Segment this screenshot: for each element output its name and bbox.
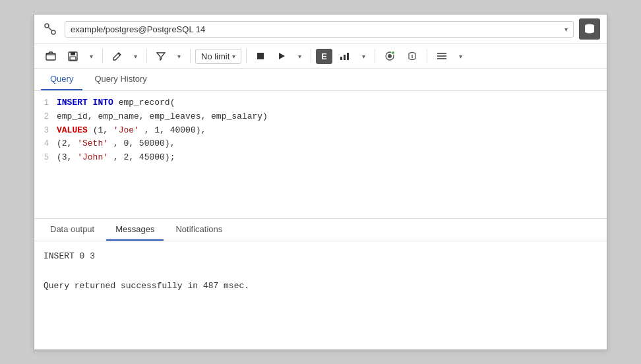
limit-label: No limit	[201, 51, 229, 61]
connection-icon	[41, 20, 59, 38]
sep5	[311, 49, 311, 63]
explain-icon: E	[321, 51, 327, 61]
svg-rect-18	[347, 53, 349, 60]
svg-rect-12	[70, 57, 76, 60]
svg-point-8	[585, 30, 594, 34]
code-editor[interactable]: 1 INSERT INTO emp_record( 2 emp_id, emp_…	[34, 91, 607, 219]
connection-label: example/postgres@PostgreSQL 14	[71, 24, 205, 34]
filter-chevron-button[interactable]: ▾	[173, 49, 185, 63]
toolbar: ▾ ▾ ▾ No limit ▾	[34, 44, 607, 69]
output-line-2	[44, 264, 597, 278]
menu-button[interactable]	[432, 48, 452, 64]
output-line-3: Query returned successfully in 487 msec.	[44, 279, 597, 293]
code-line-2: 2 emp_id, emp_name, emp_leaves, emp_sala…	[34, 110, 607, 124]
filter-chevron-icon: ▾	[177, 53, 181, 60]
result-tabs: Data output Messages Notifications	[34, 219, 607, 241]
tab-data-output[interactable]: Data output	[41, 219, 104, 241]
save-button[interactable]	[63, 48, 82, 65]
menu-chevron-button[interactable]: ▾	[454, 49, 467, 63]
connection-chevron: ▾	[565, 26, 568, 33]
code-line-3: 3 VALUES (1, 'Joe' , 1, 40000),	[34, 124, 607, 138]
limit-dropdown[interactable]: No limit ▾	[195, 49, 241, 64]
tab-query-history[interactable]: Query History	[85, 69, 156, 90]
tab-notifications[interactable]: Notifications	[166, 219, 231, 241]
edit-button[interactable]	[107, 48, 127, 65]
connection-info-button[interactable]	[402, 47, 422, 65]
connection-dropdown[interactable]: example/postgres@PostgreSQL 14 ▾	[65, 21, 574, 38]
top-bar: example/postgres@PostgreSQL 14 ▾	[34, 15, 607, 44]
code-line-5: 5 (3, 'John' , 2, 45000);	[34, 151, 607, 165]
query-tabs: Query Query History	[34, 69, 607, 91]
tab-messages[interactable]: Messages	[106, 219, 164, 241]
sep3	[190, 49, 191, 63]
sep7	[427, 49, 427, 63]
run-chevron-button[interactable]: ▾	[293, 49, 306, 63]
output-area: INSERT 0 3 Query returned successfully i…	[34, 241, 607, 349]
open-file-button[interactable]	[41, 48, 61, 64]
filter-button[interactable]	[152, 48, 170, 64]
sep2	[146, 49, 147, 63]
line-num-5: 5	[37, 152, 57, 164]
line-num-3: 3	[37, 125, 57, 137]
db-server-icon[interactable]	[579, 18, 600, 40]
sep4	[246, 49, 247, 63]
menu-chevron-icon: ▾	[459, 53, 462, 60]
explain-button[interactable]: E	[316, 49, 332, 64]
chart-button[interactable]	[335, 48, 355, 64]
str-joe: 'Joe'	[113, 125, 139, 135]
stop-button[interactable]	[251, 48, 270, 64]
main-window: example/postgres@PostgreSQL 14 ▾	[34, 14, 607, 350]
keyword-values: VALUES	[57, 125, 88, 135]
chart-chevron-button[interactable]: ▾	[357, 49, 370, 63]
sep1	[102, 49, 103, 63]
connection-status-button[interactable]	[380, 47, 400, 65]
svg-marker-15	[279, 53, 285, 59]
svg-rect-14	[257, 53, 264, 59]
str-john: 'John'	[77, 152, 108, 162]
edit-chevron-icon: ▾	[134, 53, 137, 60]
str-seth: 'Seth'	[77, 138, 108, 148]
svg-point-20	[388, 54, 392, 58]
line-num-4: 4	[37, 138, 57, 150]
sep6	[375, 49, 375, 63]
svg-rect-16	[340, 57, 342, 60]
save-chevron-button[interactable]: ▾	[85, 49, 98, 63]
run-button[interactable]	[272, 48, 291, 64]
chart-chevron-icon: ▾	[362, 53, 365, 60]
code-line-1: 1 INSERT INTO emp_record(	[34, 96, 607, 110]
tab-query[interactable]: Query	[41, 69, 82, 90]
limit-chevron-icon: ▾	[232, 53, 235, 60]
code-line-4: 4 (2, 'Seth' , 0, 50000),	[34, 137, 607, 151]
save-chevron-icon: ▾	[90, 53, 93, 60]
svg-rect-11	[71, 52, 75, 55]
svg-line-2	[48, 27, 52, 31]
code-text-1: emp_record(	[119, 98, 175, 107]
output-line-1: INSERT 0 3	[44, 249, 597, 264]
line-num-2: 2	[37, 111, 57, 123]
code-text-2: emp_id, emp_name, emp_leaves, emp_salary…	[57, 110, 268, 124]
svg-rect-17	[344, 55, 346, 60]
svg-point-21	[392, 51, 395, 55]
edit-chevron-button[interactable]: ▾	[129, 49, 142, 63]
run-chevron-icon: ▾	[298, 53, 301, 60]
line-num-1: 1	[37, 97, 57, 109]
keyword-insert: INSERT INTO	[57, 98, 113, 107]
